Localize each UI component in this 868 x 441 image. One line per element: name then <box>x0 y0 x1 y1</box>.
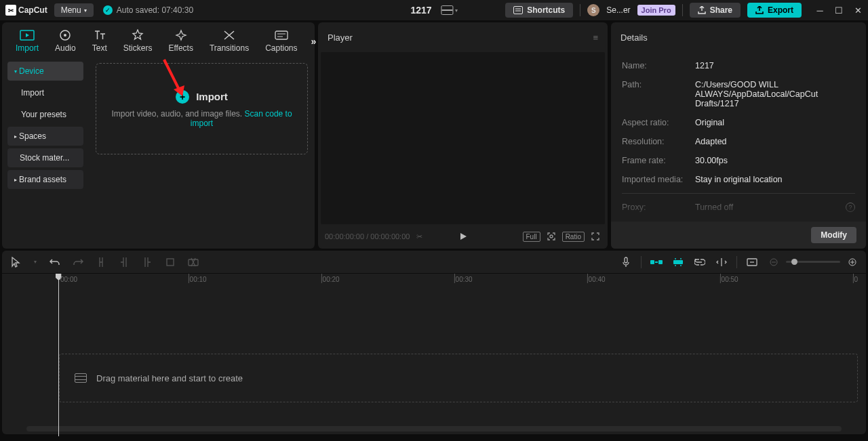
time-current: 00:00:00:00 <box>325 232 364 240</box>
layout-icon <box>441 5 454 15</box>
tab-transitions[interactable]: Transitions <box>201 26 257 56</box>
tab-import[interactable]: Import <box>7 26 47 56</box>
user-avatar[interactable]: S <box>587 4 599 16</box>
svg-point-5 <box>64 34 66 37</box>
audio-icon <box>59 29 71 41</box>
sidebar-label: Your presets <box>21 110 66 119</box>
svg-point-17 <box>675 258 676 259</box>
divider <box>622 193 855 194</box>
ruler-tick: |00:30 <box>454 276 473 283</box>
layout-toggle[interactable]: ▾ <box>441 5 458 15</box>
timeline-ruler[interactable]: 00:00 |00:10 |00:20 |00:30 |00:40 |00:50… <box>55 274 866 287</box>
tab-audio[interactable]: Audio <box>47 26 84 56</box>
sidebar-item-spaces[interactable]: ▸Spaces <box>7 127 83 146</box>
detail-value: Original <box>695 118 855 127</box>
zoom-in-button[interactable] <box>846 255 859 269</box>
top-center: 1217 ▾ <box>410 5 457 16</box>
svg-rect-14 <box>658 260 663 264</box>
time-total: 00:00:00:00 <box>370 232 410 240</box>
maximize-button[interactable]: ☐ <box>834 5 844 15</box>
split-tool[interactable] <box>94 255 108 269</box>
minimize-button[interactable]: ─ <box>815 5 825 15</box>
separator <box>641 256 642 268</box>
info-icon[interactable]: ? <box>846 203 855 212</box>
magnet-auto-button[interactable] <box>671 255 685 269</box>
menu-button[interactable]: Menu ▾ <box>54 3 94 17</box>
modify-button[interactable]: Modify <box>811 227 856 243</box>
transitions-icon <box>223 29 235 41</box>
autosave-text: Auto saved: 07:40:30 <box>117 5 193 15</box>
redo-button[interactable] <box>71 255 85 269</box>
player-viewport[interactable] <box>321 52 605 224</box>
import-title: Import <box>196 91 228 102</box>
pointer-options[interactable]: ▾ <box>32 255 39 269</box>
sidebar-label: Import <box>21 88 44 98</box>
import-description: Import video, audio, and image files. Sc… <box>96 109 307 128</box>
tab-text[interactable]: Text <box>84 26 115 56</box>
delete-tool[interactable] <box>186 255 200 269</box>
timeline-toolbar: ▾ <box>2 251 866 274</box>
shortcuts-button[interactable]: Shortcuts <box>505 3 573 18</box>
tab-label: Stickers <box>123 43 153 53</box>
undo-button[interactable] <box>48 255 62 269</box>
zoom-out-button[interactable] <box>767 255 781 269</box>
detail-label: Name: <box>622 61 695 70</box>
ruler-tick: 00:00 <box>60 276 77 283</box>
play-button[interactable] <box>458 232 468 241</box>
crop-tool[interactable] <box>163 255 177 269</box>
svg-rect-12 <box>625 257 627 263</box>
preview-mode-button[interactable] <box>745 255 759 269</box>
tab-stickers[interactable]: Stickers <box>115 26 161 56</box>
timeline-scrollbar[interactable] <box>26 426 842 432</box>
text-icon <box>94 29 106 41</box>
sidebar-item-presets[interactable]: Your presets <box>7 105 83 124</box>
player-menu-icon[interactable]: ≡ <box>593 33 598 43</box>
trim-right-tool[interactable] <box>140 255 154 269</box>
sidebar-label: Spaces <box>19 131 46 141</box>
tab-effects[interactable]: Effects <box>160 26 201 56</box>
mic-button[interactable] <box>619 255 633 269</box>
sidebar-item-brand[interactable]: ▸Brand assets <box>7 170 83 189</box>
export-button[interactable]: Export <box>747 3 802 18</box>
film-icon <box>75 373 87 383</box>
tab-label: Captions <box>265 43 297 53</box>
share-icon <box>698 6 706 14</box>
zoom-slider[interactable] <box>767 255 859 269</box>
sidebar-item-import[interactable]: Import <box>7 83 83 102</box>
top-right: Shortcuts S Se...er Join Pro Share Expor… <box>505 3 863 18</box>
trim-left-tool[interactable] <box>117 255 131 269</box>
details-body: Name:1217 Path:C:/Users/GOOD WILL ALWAYS… <box>611 52 866 222</box>
separator <box>682 4 683 16</box>
player-right-controls: Full Ratio <box>523 231 601 242</box>
svg-rect-10 <box>167 259 174 266</box>
focus-icon[interactable] <box>546 231 557 242</box>
tab-captions[interactable]: Captions <box>257 26 305 56</box>
zoom-track[interactable] <box>786 261 840 263</box>
time-sep: / <box>364 232 370 240</box>
sidebar-item-stock[interactable]: Stock mater... <box>7 148 83 167</box>
link-button[interactable] <box>693 255 707 269</box>
fullscreen-icon[interactable] <box>590 231 601 242</box>
import-dropzone[interactable]: + Import Import video, audio, and image … <box>96 63 308 154</box>
svg-rect-0 <box>514 7 523 14</box>
keyboard-icon <box>513 6 523 14</box>
join-pro-badge[interactable]: Join Pro <box>637 5 675 16</box>
caret-down-icon: ▾ <box>14 68 17 75</box>
timeline-tracks[interactable]: Drag material here and start to create <box>2 287 866 426</box>
ratio-button[interactable]: Ratio <box>562 232 585 242</box>
pointer-tool[interactable] <box>9 255 22 269</box>
align-button[interactable] <box>715 255 728 269</box>
caret-right-icon: ▸ <box>14 177 17 183</box>
full-button[interactable]: Full <box>523 232 540 242</box>
chevron-down-icon: ▾ <box>455 7 458 14</box>
close-button[interactable]: ✕ <box>853 5 863 15</box>
detail-value: 1217 <box>695 61 855 70</box>
crop-icon[interactable]: ✂ <box>416 232 422 241</box>
detail-label: Aspect ratio: <box>622 118 695 127</box>
share-button[interactable]: Share <box>690 3 741 18</box>
zoom-thumb[interactable] <box>791 259 797 265</box>
sidebar-item-device[interactable]: ▾Device <box>7 62 83 81</box>
share-label: Share <box>710 5 732 15</box>
magnet-main-button[interactable] <box>650 255 663 269</box>
timeline-drop-hint[interactable]: Drag material here and start to create <box>59 354 858 402</box>
